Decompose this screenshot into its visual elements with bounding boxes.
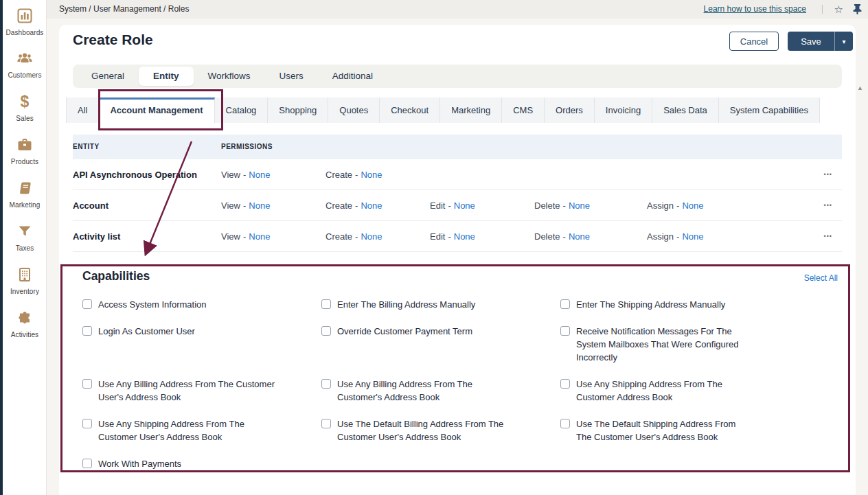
subtab-account-management[interactable]: Account Management	[99, 97, 214, 123]
subtab-marketing[interactable]: Marketing	[440, 97, 502, 123]
permission-delete: Delete-None	[534, 190, 590, 221]
permission-value-link[interactable]: None	[361, 200, 382, 211]
capability-checkbox[interactable]	[560, 299, 570, 309]
subtab-cms[interactable]: CMS	[502, 97, 545, 123]
capability-label: Use Any Billing Address From The Custome…	[98, 378, 275, 404]
permission-value-link[interactable]: None	[249, 200, 270, 211]
capability-checkbox[interactable]	[321, 299, 331, 309]
capability-checkbox[interactable]	[321, 326, 331, 336]
topbar-divider	[822, 5, 823, 14]
permission-value-link[interactable]: None	[249, 231, 270, 242]
main-tabs: General Entity Workflows Users Additiona…	[73, 65, 842, 88]
subtab-catalog[interactable]: Catalog	[215, 97, 269, 123]
row-more-icon[interactable]: •••	[824, 221, 832, 252]
capability-checkbox[interactable]	[560, 379, 570, 389]
permission-value-link[interactable]: None	[569, 200, 590, 211]
row-more-icon[interactable]: •••	[824, 190, 832, 221]
building-icon	[16, 266, 33, 283]
row-more-icon[interactable]: •••	[824, 159, 832, 190]
funnel-icon	[16, 223, 33, 240]
permission-value-link[interactable]: None	[249, 170, 270, 180]
capability-item: Use Any Billing Address From The Custome…	[82, 378, 321, 404]
capability-item: Override Customer Payment Term	[321, 325, 560, 338]
table-row: Account View-None Create-None Edit-None …	[73, 190, 842, 221]
subtab-quotes[interactable]: Quotes	[328, 97, 380, 123]
capability-item: Use Any Billing Address From The Custome…	[321, 378, 560, 404]
create-role-panel: Create Role Cancel Save ▾ General Entity…	[59, 25, 856, 495]
permission-create: Create-None	[326, 190, 382, 221]
permission-view: View-None	[221, 190, 270, 221]
subtab-sales-data[interactable]: Sales Data	[652, 97, 719, 123]
permission-edit: Edit-None	[430, 221, 475, 252]
permission-value-link[interactable]: None	[361, 170, 382, 180]
sidebar-item-activities[interactable]: Activities	[3, 303, 47, 347]
tab-workflows[interactable]: Workflows	[194, 67, 265, 86]
capability-label: Enter The Shipping Address Manually	[576, 298, 725, 311]
capability-checkbox[interactable]	[82, 379, 92, 389]
sidebar-item-sales[interactable]: $ Sales	[3, 87, 47, 130]
breadcrumb[interactable]: System / User Management / Roles	[59, 0, 189, 19]
permission-create: Create-None	[326, 159, 382, 190]
sidebar-item-label: Inventory	[10, 288, 39, 295]
scrollbar-up-arrow[interactable]: ▲	[857, 84, 863, 91]
bar-chart-icon	[16, 8, 33, 24]
capability-item: Use The Default Billing Address From The…	[321, 417, 560, 444]
subtab-shopping[interactable]: Shopping	[268, 97, 328, 123]
capability-label: Work With Payments	[98, 457, 181, 470]
tab-general[interactable]: General	[77, 67, 139, 86]
favorite-star-icon[interactable]: ☆	[834, 0, 843, 19]
entity-name: Activity list	[73, 221, 120, 252]
capability-label: Use Any Billing Address From The Custome…	[337, 378, 514, 404]
pin-icon[interactable]	[852, 3, 863, 17]
entity-category-tabs: All Account Management Catalog Shopping …	[66, 97, 820, 123]
permission-value-link[interactable]: None	[682, 200, 703, 211]
sidebar-item-inventory[interactable]: Inventory	[3, 260, 47, 303]
tab-users[interactable]: Users	[265, 67, 318, 86]
subtab-checkout[interactable]: Checkout	[380, 97, 440, 123]
subtab-orders[interactable]: Orders	[545, 97, 595, 123]
tab-entity[interactable]: Entity	[139, 67, 194, 86]
sidebar-item-marketing[interactable]: Marketing	[3, 174, 47, 217]
capability-label: Use Any Shipping Address From The Custom…	[576, 378, 753, 404]
permission-edit: Edit-None	[430, 190, 475, 221]
permission-value-link[interactable]: None	[682, 231, 703, 242]
subtab-system-capabilities[interactable]: System Capabilities	[719, 97, 820, 123]
capabilities-grid: Access System Information Enter The Bill…	[82, 298, 845, 470]
sidebar-accent-strip	[0, 0, 3, 495]
sidebar-item-customers[interactable]: Customers	[3, 44, 47, 87]
permission-view: View-None	[221, 159, 270, 190]
tab-additional[interactable]: Additional	[318, 67, 387, 86]
subtab-invoicing[interactable]: Invoicing	[595, 97, 652, 123]
capability-checkbox[interactable]	[560, 326, 570, 336]
capability-checkbox[interactable]	[82, 299, 92, 309]
permission-value-link[interactable]: None	[361, 231, 382, 242]
sidebar-item-dashboards[interactable]: Dashboards	[3, 1, 47, 45]
capability-item: Receive Notification Messages For The Sy…	[560, 325, 799, 364]
learn-space-link[interactable]: Learn how to use this space	[704, 0, 806, 19]
capability-checkbox[interactable]	[82, 459, 92, 468]
permission-value-link[interactable]: None	[454, 200, 475, 211]
capability-item: Use Any Shipping Address From The Custom…	[560, 378, 799, 404]
capability-item: Use The Default Shipping Address From Th…	[560, 417, 799, 444]
capability-label: Receive Notification Messages For The Sy…	[576, 325, 753, 364]
permission-view: View-None	[221, 221, 270, 252]
select-all-link[interactable]: Select All	[804, 273, 838, 283]
permission-value-link[interactable]: None	[454, 231, 475, 242]
subtab-all[interactable]: All	[66, 97, 99, 123]
top-bar: System / User Management / Roles Learn h…	[47, 0, 868, 19]
sidebar-item-products[interactable]: Products	[3, 130, 47, 174]
permission-assign: Assign-None	[647, 221, 703, 252]
permission-value-link[interactable]: None	[569, 231, 590, 242]
capability-checkbox[interactable]	[82, 326, 92, 336]
save-button[interactable]: Save	[788, 32, 834, 51]
save-dropdown-button[interactable]: ▾	[834, 32, 853, 51]
capability-checkbox[interactable]	[82, 419, 92, 428]
capability-checkbox[interactable]	[560, 419, 570, 428]
sidebar-item-label: Taxes	[16, 244, 34, 252]
cancel-button[interactable]: Cancel	[729, 32, 779, 51]
capability-checkbox[interactable]	[321, 379, 331, 389]
capability-checkbox[interactable]	[321, 419, 331, 428]
sidebar-item-taxes[interactable]: Taxes	[3, 217, 47, 260]
table-header: ENTITY PERMISSIONS	[73, 135, 842, 159]
sidebar-item-label: Dashboards	[6, 29, 44, 36]
